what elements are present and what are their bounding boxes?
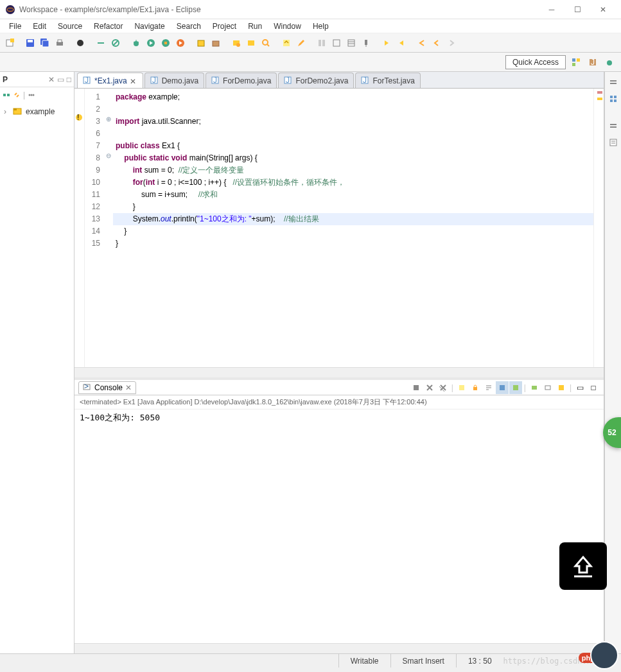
menu-help[interactable]: Help [308,21,334,32]
minimize-button[interactable]: ─ [539,0,564,19]
view-menu-button[interactable] [28,91,35,99]
console-tab[interactable]: > Console ✕ [78,381,136,394]
code-editor[interactable]: ! 1236789101112131415 ⊕⊖ package example… [74,89,604,367]
run-last-button[interactable] [173,36,188,50]
editor-area: J*Ex1.java✕JDemo.javaJForDemo.javaJForDe… [74,72,604,653]
menu-run[interactable]: Run [243,21,267,32]
svg-rect-79 [610,124,617,125]
menu-edit[interactable]: Edit [28,21,51,32]
terminate-button[interactable] [410,381,423,394]
pin-editor-button[interactable] [359,36,373,50]
remove-all-button[interactable] [437,381,450,394]
editor-tab[interactable]: JForDemo2.java [278,73,354,88]
word-wrap-button[interactable] [482,381,495,394]
scroll-lock-button[interactable] [469,381,482,394]
expand-arrow-icon[interactable]: › [4,107,10,116]
build-button[interactable] [73,36,87,50]
skip-breakpoints-button[interactable] [109,36,123,50]
collapse-all-button[interactable] [3,91,10,99]
view-close-icon[interactable]: ✕ [48,75,55,84]
menu-refactor[interactable]: Refactor [89,21,128,32]
open-perspective-button[interactable] [570,56,582,69]
console-min-button[interactable]: ▭ [573,381,586,394]
link-editor-button[interactable] [13,91,21,99]
clear-console-button[interactable] [455,381,468,394]
svg-point-25 [236,43,240,47]
new-button[interactable] [3,36,17,50]
view-minimize-icon[interactable]: ▭ [57,75,64,84]
console-hscrollbar[interactable] [74,643,604,653]
menu-window[interactable]: Window [268,21,306,32]
svg-rect-72 [559,385,564,390]
editor-tab[interactable]: JForTest.java [355,73,420,88]
open-console-button[interactable] [555,381,568,394]
run-button[interactable] [144,36,158,50]
code-text[interactable]: package example;import java.util.Scanner… [113,89,593,367]
console-output[interactable]: 1~100之和为: 5050 [74,409,604,643]
debug-perspective-button[interactable] [603,56,616,69]
toggle-breakpoint-button[interactable] [94,36,108,50]
menu-file[interactable]: File [4,21,26,32]
menu-project[interactable]: Project [207,21,241,32]
editor-tab[interactable]: JDemo.java [144,73,204,88]
forward-button[interactable] [444,36,459,50]
coverage-button[interactable] [159,36,173,50]
show-stdout-button[interactable] [509,381,522,394]
back-button[interactable] [430,36,444,50]
outline-view-button[interactable] [607,92,620,105]
display-console-button[interactable] [541,381,554,394]
tree-item-example[interactable]: › example [4,105,70,118]
editor-tabs: J*Ex1.java✕JDemo.javaJForDemo.javaJForDe… [74,72,604,89]
new-java-project-button[interactable] [194,36,208,50]
editor-tab[interactable]: J*Ex1.java✕ [77,73,143,88]
show-line-numbers-button[interactable] [344,36,358,50]
quick-access-input[interactable]: Quick Access [505,55,566,69]
maximize-button[interactable]: ☐ [564,0,590,19]
show-console-button[interactable] [496,381,509,394]
save-button[interactable] [23,36,37,50]
overview-ruler[interactable] [593,89,604,367]
prev-annotation-button[interactable] [394,36,408,50]
task-list-button[interactable] [607,136,620,149]
editor-hscrollbar[interactable] [74,367,604,377]
last-edit-button[interactable] [415,36,429,50]
view-maximize-icon[interactable]: □ [67,75,71,84]
console-max-button[interactable]: □ [587,381,600,394]
restore-view2-button[interactable] [607,119,620,132]
menu-navigate[interactable]: Navigate [129,21,170,32]
console-close-icon[interactable]: ✕ [125,383,132,392]
java-file-icon: J [83,76,92,85]
close-button[interactable]: ✕ [590,0,616,19]
open-type-button[interactable] [229,36,243,50]
edit-button[interactable] [294,36,308,50]
menu-search[interactable]: Search [171,21,206,32]
restore-view-button[interactable] [607,76,620,89]
new-package-button[interactable] [209,36,223,50]
pin-console-button[interactable] [528,381,541,394]
upload-overlay-icon[interactable] [559,542,607,590]
search-button[interactable] [259,36,273,50]
svg-point-43 [607,60,612,65]
status-cursor-pos: 13 : 50 [456,654,503,668]
svg-rect-71 [545,386,550,390]
svg-text:J: J [213,76,217,84]
toggle-mark-button[interactable] [279,36,293,50]
svg-rect-65 [414,385,419,390]
remove-launch-button[interactable] [423,381,436,394]
debug-button[interactable] [129,36,143,50]
tab-close-icon[interactable]: ✕ [130,77,137,85]
print-button[interactable] [53,36,67,50]
show-whitespace-button[interactable] [315,36,329,50]
next-annotation-button[interactable] [380,36,394,50]
java-perspective-button[interactable]: J [586,56,599,69]
open-task-button[interactable] [244,36,258,50]
avatar[interactable] [590,641,618,669]
save-all-button[interactable] [38,36,52,50]
block-select-button[interactable] [329,36,344,50]
svg-text:J: J [286,76,290,84]
status-insert-mode: Smart Insert [390,654,456,668]
editor-tab[interactable]: JForDemo.java [206,73,277,88]
menu-source[interactable]: Source [53,21,87,32]
titlebar: Workspace - example/src/example/Ex1.java… [0,0,621,19]
tree-label: example [26,107,55,116]
